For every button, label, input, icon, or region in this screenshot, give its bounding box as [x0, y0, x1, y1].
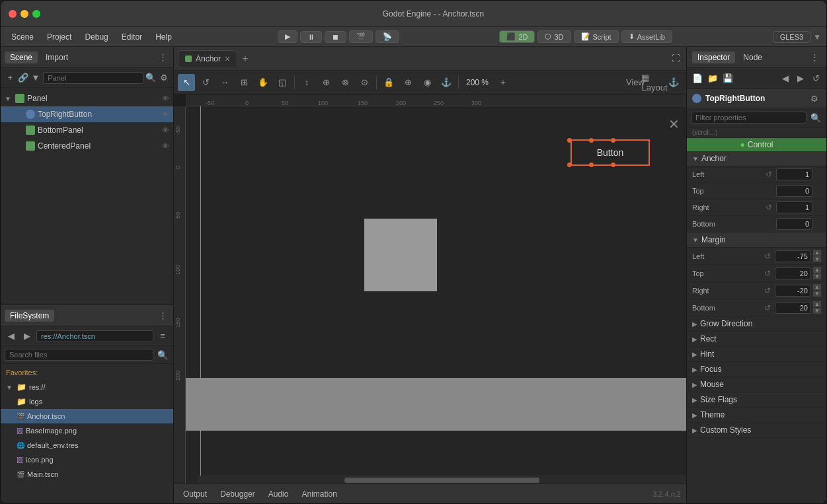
search-node-btn[interactable]: 🔍	[145, 71, 156, 85]
import-tab[interactable]: Import	[40, 52, 73, 63]
layout-btn[interactable]: ▦ Layout	[646, 74, 663, 91]
margin-section-header[interactable]: ▼ Margin	[687, 233, 826, 248]
tab-close-btn[interactable]: ×	[225, 54, 230, 64]
fs-view-btn[interactable]: ≡	[156, 330, 169, 343]
link-node-btn[interactable]: 🔗	[17, 71, 28, 85]
rect-tool[interactable]: ⊞	[235, 74, 253, 91]
fs-res-section[interactable]: ▼ 📁 res://	[1, 380, 173, 394]
filesystem-tab[interactable]: FileSystem	[5, 310, 54, 322]
margin-top-reset[interactable]: ↺	[762, 268, 773, 279]
tab-add-btn[interactable]: +	[239, 53, 251, 65]
inspector-menu-btn[interactable]: ⋮	[808, 51, 821, 64]
menu-help[interactable]: Help	[150, 30, 177, 44]
move-tool[interactable]: ↕	[298, 74, 315, 91]
filesystem-menu-btn[interactable]: ⋮	[156, 309, 169, 322]
fs-icon[interactable]: 🖼 icon.png	[1, 452, 173, 467]
canvas-anchor-btn[interactable]: ⚓	[665, 74, 682, 91]
animation-tab[interactable]: Animation	[297, 488, 340, 500]
filter-node-input[interactable]	[43, 72, 143, 84]
hint-section[interactable]: ▶ Hint	[687, 347, 826, 362]
margin-left-down[interactable]: ▼	[813, 256, 821, 262]
audio-tab[interactable]: Audio	[264, 488, 293, 500]
canvas-area[interactable]: -50 0 50 100 150 200 250 300 -50 0 50 10…	[174, 94, 686, 484]
anchor-tool[interactable]: ⚓	[438, 74, 455, 91]
group-tool[interactable]: ⊕	[399, 74, 416, 91]
pan-tool[interactable]: ✋	[255, 74, 272, 91]
history-back-btn[interactable]: 📄	[691, 72, 704, 85]
fs-logs-folder[interactable]: 📁 logs	[1, 394, 173, 409]
node-settings-btn[interactable]: ⚙	[808, 92, 821, 105]
fullscreen-btn[interactable]: ⛶	[669, 52, 682, 65]
fs-default-env[interactable]: 🌐 default_env.tres	[1, 438, 173, 452]
fs-baseimage[interactable]: 🖼 BaseImage.png	[1, 423, 173, 438]
stop-button[interactable]: ⏹	[325, 31, 346, 43]
button-visual[interactable]: Button	[571, 139, 650, 166]
anchor-left-reset[interactable]: ↺	[764, 169, 774, 180]
maximize-button[interactable]	[32, 10, 40, 18]
focus-section[interactable]: ▶ Focus	[687, 362, 826, 377]
scale-tool[interactable]: ↔	[216, 74, 233, 91]
anchor-tab[interactable]: Anchor ×	[178, 50, 237, 67]
rect-section[interactable]: ▶ Rect	[687, 332, 826, 347]
bone-tool[interactable]: ⊗	[336, 74, 354, 91]
debugger-tab[interactable]: Debugger	[216, 488, 259, 500]
filter-search-btn[interactable]: 🔍	[809, 111, 822, 124]
gles3-button[interactable]: GLES3	[773, 31, 810, 43]
fs-forward-btn[interactable]: ▶	[20, 330, 34, 343]
tree-item-toprightbutton[interactable]: TopRightButton 👁	[1, 106, 173, 122]
movie-button[interactable]: 🎬	[349, 30, 373, 43]
filter-node-btn[interactable]: ▼	[30, 71, 41, 85]
scene-tab[interactable]: Scene	[5, 52, 38, 63]
margin-right-up[interactable]: ▲	[813, 284, 821, 290]
search-input[interactable]	[5, 349, 153, 361]
margin-left-up[interactable]: ▲	[813, 250, 821, 256]
history-btn[interactable]: ↺	[809, 72, 822, 85]
filter-properties-input[interactable]	[691, 112, 807, 124]
margin-bottom-up[interactable]: ▲	[813, 301, 821, 307]
tree-item-bottompanel[interactable]: BottomPanel 👁	[1, 122, 173, 138]
anchor-bottom-value[interactable]	[776, 218, 812, 230]
select-tool[interactable]: ↖	[178, 74, 195, 91]
fs-back-btn[interactable]: ◀	[5, 330, 18, 343]
fs-main-scene[interactable]: 🎬 Main.tscn	[1, 467, 173, 482]
menu-editor[interactable]: Editor	[116, 30, 147, 44]
next-btn[interactable]: ▶	[794, 72, 807, 85]
anchor-top-value[interactable]	[776, 185, 812, 197]
menu-debug[interactable]: Debug	[79, 30, 113, 44]
margin-top-up[interactable]: ▲	[813, 267, 821, 273]
handle-bl[interactable]	[567, 162, 572, 167]
visibility-panel[interactable]: 👁	[162, 94, 169, 102]
2d-button[interactable]: ⬛ 2D	[499, 30, 535, 43]
search-btn[interactable]: 🔍	[156, 348, 169, 361]
canvas-scrollbar-h[interactable]	[198, 476, 686, 484]
inspector-tab[interactable]: Inspector	[692, 52, 735, 63]
save-scene-btn[interactable]: 💾	[721, 72, 734, 85]
pivot-tool[interactable]: ⊕	[317, 74, 335, 91]
zoom-in-btn[interactable]: +	[494, 74, 512, 91]
ruler-tool[interactable]: ◱	[274, 74, 291, 91]
handle-tm[interactable]	[589, 138, 594, 143]
anchor-right-value[interactable]	[776, 201, 812, 213]
grow-direction-section[interactable]: ▶ Grow Direction	[687, 316, 826, 332]
play-button[interactable]: ▶	[278, 30, 297, 43]
handle-tr[interactable]	[611, 138, 615, 143]
region-tool[interactable]: ⊙	[356, 74, 373, 91]
anchor-section-header[interactable]: ▼ Anchor	[687, 151, 826, 166]
minimize-button[interactable]	[20, 10, 28, 18]
handle-bm[interactable]	[589, 162, 594, 167]
folder-btn[interactable]: 📁	[706, 72, 719, 85]
margin-left-reset[interactable]: ↺	[762, 251, 773, 262]
custom-styles-section[interactable]: ▶ Custom Styles	[687, 423, 826, 438]
scrollbar-thumb-h[interactable]	[344, 478, 540, 483]
size-flags-section[interactable]: ▶ Size Flags	[687, 392, 826, 408]
theme-section[interactable]: ▶ Theme	[687, 408, 826, 423]
margin-right-reset[interactable]: ↺	[762, 285, 773, 296]
script-button[interactable]: 📝 Script	[574, 30, 619, 43]
remote-button[interactable]: 📡	[375, 30, 399, 43]
lock-tool[interactable]: 🔒	[380, 74, 397, 91]
margin-right-value[interactable]	[775, 285, 811, 297]
visibility-trb[interactable]: 👁	[162, 110, 169, 118]
tree-item-centeredpanel[interactable]: CenteredPanel 👁	[1, 138, 173, 154]
assetlib-button[interactable]: ⬇ AssetLib	[621, 30, 672, 43]
prev-btn[interactable]: ◀	[779, 72, 792, 85]
